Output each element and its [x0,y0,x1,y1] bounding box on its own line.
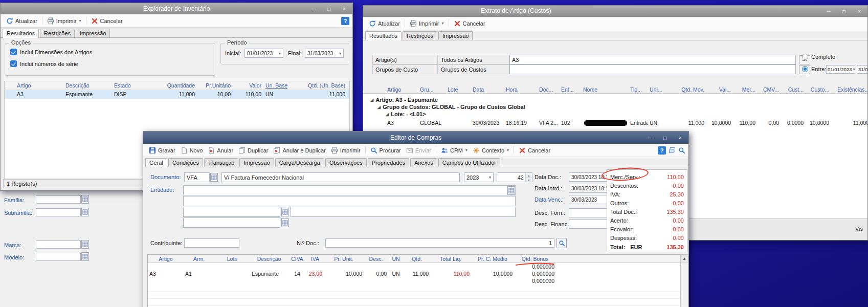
grid-vertical-scrollbar[interactable]: ▲ [680,254,688,307]
column-header[interactable]: Total Liq. [430,255,471,262]
column-header[interactable]: Pr.Unitário [197,81,233,90]
column-header[interactable]: Custo... [805,85,831,93]
column-header[interactable]: Arm. [184,255,214,262]
column-header[interactable]: Pr. C. Médio [471,255,514,262]
doc-type-lookup-button[interactable] [210,173,218,182]
grid-empty-row[interactable] [148,292,680,299]
radio-entre[interactable]: Entre: [802,66,826,72]
tab-campos-utilizador[interactable]: Campos do Utilizador [438,158,500,167]
column-header[interactable]: Descrição [250,255,288,262]
table-row[interactable]: A3 Espumante DISP 11,000 10,00 110,00 UN… [5,90,349,99]
grupos-value-field[interactable] [509,64,796,74]
ndoc-field[interactable]: 1 [325,238,554,248]
grid-row[interactable]: 0,000000 [148,277,680,284]
column-header[interactable]: Descrição [63,81,112,90]
maximize-button[interactable]: □ [657,131,673,144]
group-row-lote[interactable]: ◢ Lote: - <L01> [386,111,426,118]
group-row-artigo[interactable]: ◢ Artigo: A3 - Espumante [370,96,438,103]
marca-field[interactable] [36,240,81,249]
tab-resultados[interactable]: Resultados [365,31,402,40]
grid-empty-row[interactable] [148,284,680,292]
tab-impressao[interactable]: Impressão [438,31,473,40]
entidade-field-3[interactable] [183,207,280,217]
help-icon[interactable]: ? [658,146,666,155]
anular-e-duplicar-button[interactable]: Anular e Duplicar [271,145,328,156]
novo-button[interactable]: Novo [178,145,206,156]
column-header[interactable]: Hora [504,85,538,93]
cancelar-button[interactable]: Cancelar [88,16,125,26]
group-row-grupo-custos[interactable]: ◢ Grupo de Custos: GLOBAL - Grupo de Cus… [377,103,525,111]
contribuinte-field[interactable] [184,238,239,248]
close-button[interactable]: × [852,6,867,17]
final-date-select[interactable]: 31/03/2023 ▾ [305,49,344,58]
tree-expanded-icon[interactable]: ◢ [377,105,381,109]
entidade-lookup-button-3[interactable] [281,218,289,227]
radio-completo[interactable]: Completo [802,54,835,60]
grupos-mode-cell[interactable]: Grupos de Custos [438,64,509,74]
column-header[interactable]: Gru... [418,85,446,93]
column-header[interactable]: CMV... [757,85,781,93]
column-header[interactable]: Nome [582,85,629,93]
grid-row[interactable]: A3 A1 Espumante 14 23,00 10,000 0,00 UN … [148,270,680,277]
modelo-lookup-button[interactable] [81,252,89,261]
range-from-select[interactable]: 01/01/2023 ▾ [826,65,855,74]
column-header[interactable]: Valor [233,81,263,90]
subfamilia-lookup-button[interactable] [81,208,89,216]
tab-carga-descarga[interactable]: Carga/Descarga [275,158,324,167]
column-header[interactable]: CIVA [288,255,306,262]
column-header[interactable]: Artigo [15,81,63,90]
tab-observacoes[interactable]: Observações [325,158,367,167]
anular-button[interactable]: Anular [205,145,236,156]
tab-propriedades[interactable]: Propriedades [368,158,409,167]
close-button[interactable]: × [673,131,688,144]
column-header[interactable]: Artigo [386,85,418,93]
tab-geral[interactable]: Geral [145,158,167,167]
atualizar-button[interactable]: Atualizar [366,18,403,29]
marca-lookup-button[interactable] [81,240,89,249]
procurar-button[interactable]: Procurar [368,145,404,156]
close-button[interactable]: × [337,3,352,14]
column-header[interactable]: Pr. Unit. [324,255,364,262]
cancelar-button[interactable]: Cancelar [451,18,488,29]
help-icon[interactable]: ? [341,17,349,25]
column-header[interactable]: Desc. [364,255,388,262]
column-header-sorted[interactable]: Un. Base [263,81,292,90]
familia-field[interactable] [36,195,81,204]
tab-transacao[interactable]: Transação [204,158,239,167]
column-header[interactable]: Val... [706,85,732,93]
range-to-select[interactable]: 31/03/2023 [857,65,867,74]
tab-restricoes[interactable]: Restrições [403,31,437,40]
entidade-field-1[interactable] [183,185,516,195]
duplicar-button[interactable]: Duplicar [236,145,271,156]
column-header[interactable]: Quantidade [157,81,197,90]
spin-up-icon[interactable]: ▴ [526,173,532,177]
ndoc-search-button[interactable] [557,238,567,248]
imprimir-button[interactable]: Imprimir [328,145,363,156]
grid-row[interactable]: 0,000000 [148,263,680,270]
atualizar-button[interactable]: Atualizar [4,16,40,26]
doc-number-stepper[interactable]: 42 ▴ ▾ [497,172,532,182]
column-header[interactable]: Mer... [732,85,757,93]
maximize-button[interactable]: □ [836,6,852,17]
column-header[interactable]: UN [388,255,404,262]
inventory-titlebar[interactable]: Explorador de Inventário ─ □ × [1,3,352,14]
minimize-button[interactable]: ─ [306,3,321,14]
tab-impressao[interactable]: Impressão [76,29,110,37]
column-header[interactable]: Qtd. [404,255,430,262]
entidade-lookup-button[interactable] [507,186,515,195]
column-header[interactable]: Lote [446,85,471,93]
tab-anexos[interactable]: Anexos [410,158,437,167]
checkbox-inclui-series[interactable]: Inclui números de série [10,60,78,67]
tab-condicoes[interactable]: Condições [168,158,203,167]
tab-restricoes[interactable]: Restrições [40,29,75,37]
minimize-button[interactable]: ─ [642,131,657,144]
tab-impressao[interactable]: Impressão [239,158,274,167]
year-select[interactable]: 2023 ▾ [464,172,494,182]
extract-titlebar[interactable]: Extrato de Artigo (Custos) ─ □ × [363,6,867,17]
column-header[interactable]: IVA [306,255,324,262]
editor-titlebar[interactable]: Editor de Compras ─ □ × [143,131,688,144]
familia-lookup-button[interactable] [81,195,89,204]
column-header[interactable]: Existências... [831,85,867,93]
checkbox-inclui-dimensoes[interactable]: Inclui Dimensões dos Artigos [10,49,92,55]
entidade-field-5[interactable] [183,217,280,228]
